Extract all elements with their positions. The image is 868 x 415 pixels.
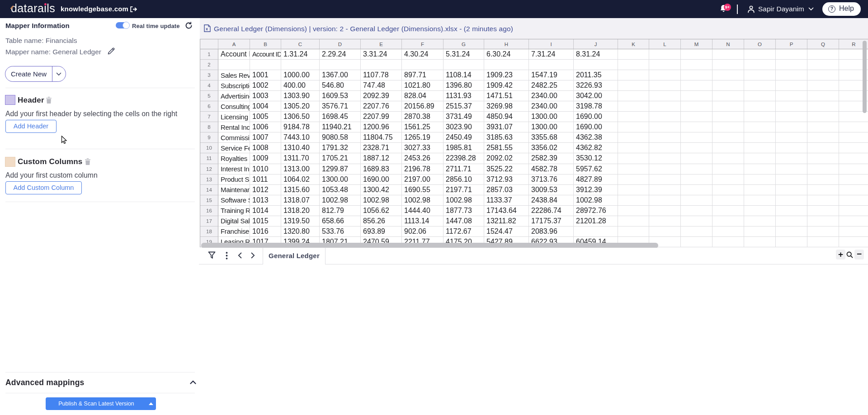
svg-text:x: x xyxy=(206,27,208,31)
